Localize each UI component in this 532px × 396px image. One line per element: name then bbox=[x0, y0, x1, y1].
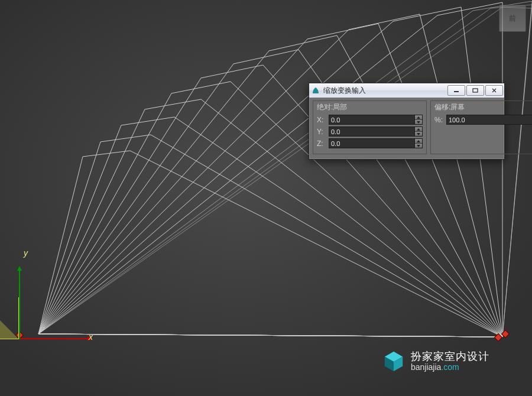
group-absolute-local: 绝对:局部 X: Y: bbox=[313, 100, 427, 154]
app-icon bbox=[312, 86, 320, 95]
svg-rect-3 bbox=[454, 91, 459, 92]
scene-wireframe bbox=[0, 0, 532, 396]
label-y: Y: bbox=[317, 128, 329, 136]
svg-rect-4 bbox=[473, 89, 478, 92]
field-z: Z: bbox=[317, 138, 423, 148]
spinner-z-down[interactable] bbox=[415, 144, 422, 148]
spinner-x-up[interactable] bbox=[415, 115, 422, 120]
viewport-3d[interactable]: x y 前 扮家家室内设计 banjiajia.com 缩放变换输入 bbox=[0, 0, 532, 396]
close-button[interactable] bbox=[485, 85, 503, 96]
input-y[interactable] bbox=[329, 126, 415, 137]
label-z: Z: bbox=[317, 139, 329, 148]
group-absolute-title: 绝对:局部 bbox=[317, 102, 423, 112]
spinner-y-down[interactable] bbox=[415, 132, 422, 136]
viewcube[interactable]: 前 bbox=[499, 5, 526, 32]
label-x: X: bbox=[317, 116, 329, 124]
label-percent: %: bbox=[434, 116, 446, 124]
spinner-z-up[interactable] bbox=[415, 139, 422, 144]
field-y: Y: bbox=[317, 126, 423, 137]
field-percent: %: bbox=[434, 115, 532, 125]
input-percent[interactable] bbox=[446, 115, 532, 125]
dialog-titlebar[interactable]: 缩放变换输入 bbox=[309, 83, 504, 98]
field-x: X: bbox=[317, 115, 423, 125]
dialog-body: 绝对:局部 X: Y: bbox=[309, 98, 504, 159]
spinner-y-up[interactable] bbox=[415, 127, 422, 132]
scale-transform-dialog[interactable]: 缩放变换输入 绝对:局部 X: bbox=[309, 83, 505, 160]
spinner-x-down[interactable] bbox=[415, 120, 422, 124]
group-offset-title: 偏移:屏幕 bbox=[434, 102, 532, 112]
input-z[interactable] bbox=[329, 138, 415, 148]
maximize-button[interactable] bbox=[466, 85, 484, 96]
viewcube-face-label: 前 bbox=[509, 14, 517, 24]
input-x[interactable] bbox=[329, 115, 415, 125]
dialog-title: 缩放变换输入 bbox=[323, 86, 446, 96]
group-offset-screen: 偏移:屏幕 %: bbox=[430, 100, 532, 154]
minimize-button[interactable] bbox=[447, 85, 465, 96]
